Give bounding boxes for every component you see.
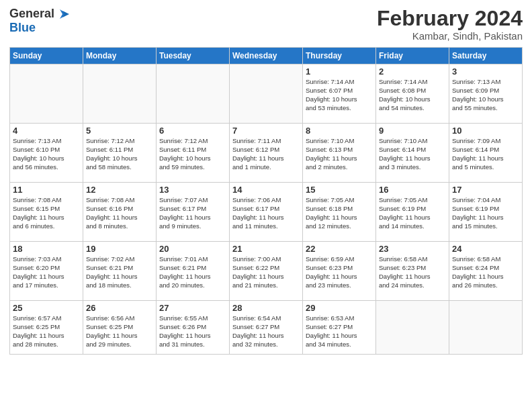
table-row: 5Sunrise: 7:12 AMSunset: 6:11 PMDaylight… [83,124,157,183]
day-number: 8 [306,126,373,136]
day-info: Sunrise: 7:12 AMSunset: 6:11 PMDaylight:… [86,137,153,171]
table-row: 13Sunrise: 7:07 AMSunset: 6:17 PMDayligh… [157,183,230,242]
table-row: 25Sunrise: 6:57 AMSunset: 6:25 PMDayligh… [10,301,83,355]
table-row: 7Sunrise: 7:11 AMSunset: 6:12 PMDaylight… [230,124,303,183]
col-monday: Monday [83,48,157,64]
table-row [376,301,449,355]
day-number: 23 [379,244,446,254]
day-info: Sunrise: 6:57 AMSunset: 6:25 PMDaylight:… [13,314,80,349]
table-row [230,64,303,124]
day-info: Sunrise: 7:13 AMSunset: 6:09 PMDaylight:… [452,78,519,112]
day-info: Sunrise: 7:10 AMSunset: 6:13 PMDaylight:… [306,137,373,171]
day-number: 15 [306,185,373,195]
day-info: Sunrise: 7:10 AMSunset: 6:14 PMDaylight:… [379,137,446,171]
calendar-header-row: Sunday Monday Tuesday Wednesday Thursday… [10,48,523,64]
table-row [157,64,230,124]
day-info: Sunrise: 6:56 AMSunset: 6:25 PMDaylight:… [86,314,153,349]
day-info: Sunrise: 7:13 AMSunset: 6:10 PMDaylight:… [13,137,80,171]
col-saturday: Saturday [449,48,523,64]
day-number: 28 [232,303,300,313]
table-row [83,64,157,124]
day-number: 3 [452,66,519,77]
day-info: Sunrise: 7:11 AMSunset: 6:12 PMDaylight:… [232,137,300,171]
day-info: Sunrise: 7:01 AMSunset: 6:21 PMDaylight:… [159,255,226,289]
logo: General Blue [9,7,71,35]
day-info: Sunrise: 6:55 AMSunset: 6:26 PMDaylight:… [159,314,226,349]
day-number: 18 [13,244,80,254]
calendar-title: February 2024 [377,7,523,30]
day-info: Sunrise: 7:03 AMSunset: 6:20 PMDaylight:… [13,255,80,289]
day-number: 9 [379,126,446,136]
table-row: 19Sunrise: 7:02 AMSunset: 6:21 PMDayligh… [83,242,157,301]
day-info: Sunrise: 7:02 AMSunset: 6:21 PMDaylight:… [86,255,153,289]
day-info: Sunrise: 6:58 AMSunset: 6:24 PMDaylight:… [452,255,519,289]
table-row: 10Sunrise: 7:09 AMSunset: 6:14 PMDayligh… [449,124,523,183]
calendar-table: Sunday Monday Tuesday Wednesday Thursday… [9,47,523,355]
day-number: 14 [232,185,300,195]
table-row: 14Sunrise: 7:06 AMSunset: 6:17 PMDayligh… [230,183,303,242]
day-info: Sunrise: 7:08 AMSunset: 6:16 PMDaylight:… [86,196,153,230]
table-row: 3Sunrise: 7:13 AMSunset: 6:09 PMDaylight… [449,64,523,124]
day-number: 11 [13,185,80,195]
col-tuesday: Tuesday [157,48,230,64]
day-info: Sunrise: 6:53 AMSunset: 6:27 PMDaylight:… [306,314,373,349]
page: General Blue February 2024 Kambar, Sindh… [0,0,532,411]
day-number: 7 [232,126,300,136]
day-number: 1 [306,66,373,77]
table-row: 22Sunrise: 6:59 AMSunset: 6:23 PMDayligh… [303,242,376,301]
day-number: 12 [86,185,153,195]
table-row: 21Sunrise: 7:00 AMSunset: 6:22 PMDayligh… [230,242,303,301]
col-thursday: Thursday [303,48,376,64]
day-number: 5 [86,126,153,136]
day-info: Sunrise: 6:59 AMSunset: 6:23 PMDaylight:… [306,255,373,289]
day-number: 29 [306,303,373,313]
day-info: Sunrise: 6:54 AMSunset: 6:27 PMDaylight:… [232,314,300,349]
day-info: Sunrise: 7:05 AMSunset: 6:18 PMDaylight:… [306,196,373,230]
day-info: Sunrise: 7:04 AMSunset: 6:19 PMDaylight:… [452,196,519,230]
table-row: 16Sunrise: 7:05 AMSunset: 6:19 PMDayligh… [376,183,449,242]
day-number: 19 [86,244,153,254]
table-row [10,64,83,124]
day-info: Sunrise: 6:58 AMSunset: 6:23 PMDaylight:… [379,255,446,289]
day-info: Sunrise: 7:06 AMSunset: 6:17 PMDaylight:… [232,196,300,230]
table-row: 9Sunrise: 7:10 AMSunset: 6:14 PMDaylight… [376,124,449,183]
day-number: 6 [159,126,226,136]
table-row: 8Sunrise: 7:10 AMSunset: 6:13 PMDaylight… [303,124,376,183]
table-row: 18Sunrise: 7:03 AMSunset: 6:20 PMDayligh… [10,242,83,301]
col-friday: Friday [376,48,449,64]
day-number: 24 [452,244,519,254]
day-number: 2 [379,66,446,77]
table-row: 23Sunrise: 6:58 AMSunset: 6:23 PMDayligh… [376,242,449,301]
day-number: 27 [159,303,226,313]
day-info: Sunrise: 7:07 AMSunset: 6:17 PMDaylight:… [159,196,226,230]
table-row: 20Sunrise: 7:01 AMSunset: 6:21 PMDayligh… [157,242,230,301]
day-info: Sunrise: 7:12 AMSunset: 6:11 PMDaylight:… [159,137,226,171]
table-row: 26Sunrise: 6:56 AMSunset: 6:25 PMDayligh… [83,301,157,355]
table-row: 15Sunrise: 7:05 AMSunset: 6:18 PMDayligh… [303,183,376,242]
calendar-subtitle: Kambar, Sindh, Pakistan [377,30,523,42]
table-row: 24Sunrise: 6:58 AMSunset: 6:24 PMDayligh… [449,242,523,301]
table-row: 2Sunrise: 7:14 AMSunset: 6:08 PMDaylight… [376,64,449,124]
title-block: February 2024 Kambar, Sindh, Pakistan [377,7,523,42]
day-info: Sunrise: 7:14 AMSunset: 6:07 PMDaylight:… [306,78,373,112]
day-number: 22 [306,244,373,254]
day-info: Sunrise: 7:05 AMSunset: 6:19 PMDaylight:… [379,196,446,230]
table-row: 12Sunrise: 7:08 AMSunset: 6:16 PMDayligh… [83,183,157,242]
day-number: 4 [13,126,80,136]
header: General Blue February 2024 Kambar, Sindh… [9,7,523,42]
day-number: 16 [379,185,446,195]
day-number: 25 [13,303,80,313]
day-number: 10 [452,126,519,136]
table-row: 27Sunrise: 6:55 AMSunset: 6:26 PMDayligh… [157,301,230,355]
day-info: Sunrise: 7:08 AMSunset: 6:15 PMDaylight:… [13,196,80,230]
table-row: 1Sunrise: 7:14 AMSunset: 6:07 PMDaylight… [303,64,376,124]
logo-arrow-icon [56,7,71,21]
day-info: Sunrise: 7:14 AMSunset: 6:08 PMDaylight:… [379,78,446,112]
day-number: 26 [86,303,153,313]
table-row [449,301,523,355]
table-row: 29Sunrise: 6:53 AMSunset: 6:27 PMDayligh… [303,301,376,355]
day-info: Sunrise: 7:00 AMSunset: 6:22 PMDaylight:… [232,255,300,289]
day-number: 20 [159,244,226,254]
logo-general-text: General [9,7,54,21]
table-row: 6Sunrise: 7:12 AMSunset: 6:11 PMDaylight… [157,124,230,183]
